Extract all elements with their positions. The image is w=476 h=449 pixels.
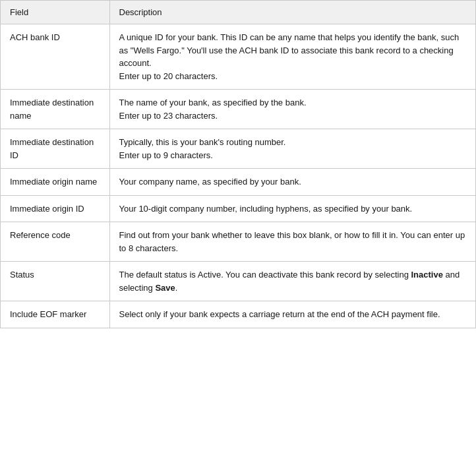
table-row: Reference codeFind out from your bank wh… — [1, 222, 475, 262]
table-row: Immediate destination nameThe name of yo… — [1, 90, 475, 129]
description-cell: The name of your bank, as specified by t… — [109, 90, 475, 129]
field-cell: Immediate destination ID — [1, 129, 109, 169]
field-column-header: Field — [1, 1, 109, 24]
table-row: ACH bank IDA unique ID for your bank. Th… — [1, 24, 475, 90]
description-cell: The default status is Active. You can de… — [109, 262, 475, 301]
field-cell: ACH bank ID — [1, 24, 109, 90]
table-header-row: Field Description — [1, 1, 475, 24]
table-row: Immediate origin IDYour 10-digit company… — [1, 195, 475, 222]
table-row: Immediate origin nameYour company name, … — [1, 169, 475, 196]
field-cell: Immediate origin ID — [1, 195, 109, 222]
table-row: Immediate destination IDTypically, this … — [1, 129, 475, 169]
description-cell: Find out from your bank whether to leave… — [109, 222, 475, 262]
field-cell: Status — [1, 262, 109, 301]
description-cell: Your 10-digit company number, including … — [109, 195, 475, 222]
field-cell: Reference code — [1, 222, 109, 262]
description-column-header: Description — [109, 1, 475, 24]
table-row: StatusThe default status is Active. You … — [1, 262, 475, 301]
description-cell: A unique ID for your bank. This ID can b… — [109, 24, 475, 90]
description-cell: Typically, this is your bank's routing n… — [109, 129, 475, 169]
field-cell: Immediate destination name — [1, 90, 109, 129]
description-cell: Select only if your bank expects a carri… — [109, 301, 475, 328]
field-cell: Include EOF marker — [1, 301, 109, 328]
field-cell: Immediate origin name — [1, 169, 109, 196]
description-cell: Your company name, as specified by your … — [109, 169, 475, 196]
reference-table: Field Description ACH bank IDA unique ID… — [0, 0, 476, 328]
table-row: Include EOF markerSelect only if your ba… — [1, 301, 475, 328]
